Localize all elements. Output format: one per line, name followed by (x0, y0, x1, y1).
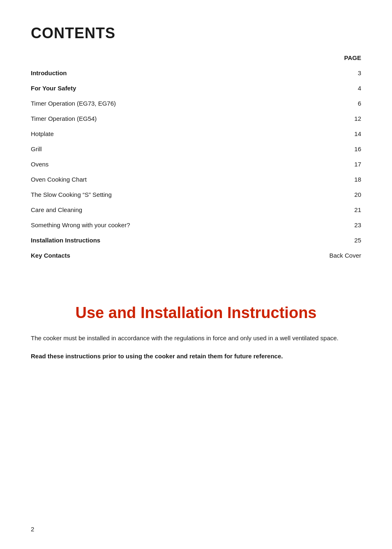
toc-row: Grill16 (31, 141, 361, 157)
toc-entry-page: 16 (281, 141, 361, 157)
contents-section: CONTENTS PAGE Introduction3For Your Safe… (31, 25, 361, 279)
toc-row: For Your Safety4 (31, 81, 361, 96)
toc-entry-page: 21 (281, 202, 361, 217)
page-number: 2 (31, 526, 34, 533)
toc-header-row: PAGE (31, 54, 361, 65)
toc-table: PAGE Introduction3For Your Safety4Timer … (31, 54, 361, 263)
toc-entry-page: 4 (281, 81, 361, 96)
toc-row: Oven Cooking Chart18 (31, 172, 361, 187)
contents-title: CONTENTS (31, 25, 361, 42)
toc-row: Ovens17 (31, 157, 361, 172)
toc-entry-label: Installation Instructions (31, 233, 281, 248)
toc-entry-page: 18 (281, 172, 361, 187)
toc-row: Something Wrong with your cooker?23 (31, 217, 361, 233)
install-section: Use and Installation Instructions The co… (31, 304, 361, 361)
toc-entry-page: 3 (281, 65, 361, 81)
toc-entry-label: Timer Operation (EG73, EG76) (31, 96, 281, 111)
toc-entry-page: Back Cover (281, 248, 361, 263)
toc-entry-label: The Slow Cooking “S” Setting (31, 187, 281, 202)
toc-row: Hotplate14 (31, 126, 361, 141)
install-note: Read these instructions prior to using t… (31, 351, 361, 361)
toc-entry-label: Something Wrong with your cooker? (31, 217, 281, 233)
toc-entry-label: Hotplate (31, 126, 281, 141)
toc-page-header: PAGE (281, 54, 361, 65)
toc-entry-page: 6 (281, 96, 361, 111)
page: CONTENTS PAGE Introduction3For Your Safe… (0, 0, 392, 549)
toc-entry-page: 17 (281, 157, 361, 172)
toc-label-header (31, 54, 281, 65)
toc-entry-page: 25 (281, 233, 361, 248)
toc-entry-label: Care and Cleaning (31, 202, 281, 217)
toc-row: Key ContactsBack Cover (31, 248, 361, 263)
toc-row: Care and Cleaning21 (31, 202, 361, 217)
toc-entry-page: 12 (281, 111, 361, 126)
toc-row: The Slow Cooking “S” Setting20 (31, 187, 361, 202)
toc-row: Timer Operation (EG73, EG76)6 (31, 96, 361, 111)
toc-entry-page: 14 (281, 126, 361, 141)
toc-entry-label: Oven Cooking Chart (31, 172, 281, 187)
toc-entry-label: Ovens (31, 157, 281, 172)
install-body: The cooker must be installed in accordan… (31, 333, 361, 343)
toc-entry-page: 20 (281, 187, 361, 202)
toc-entry-label: Introduction (31, 65, 281, 81)
toc-row: Timer Operation (EG54)12 (31, 111, 361, 126)
toc-entry-label: Grill (31, 141, 281, 157)
toc-body: Introduction3For Your Safety4Timer Opera… (31, 65, 361, 263)
toc-row: Introduction3 (31, 65, 361, 81)
toc-entry-label: For Your Safety (31, 81, 281, 96)
toc-row: Installation Instructions25 (31, 233, 361, 248)
toc-entry-page: 23 (281, 217, 361, 233)
toc-entry-label: Timer Operation (EG54) (31, 111, 281, 126)
install-title: Use and Installation Instructions (31, 304, 361, 322)
toc-entry-label: Key Contacts (31, 248, 281, 263)
